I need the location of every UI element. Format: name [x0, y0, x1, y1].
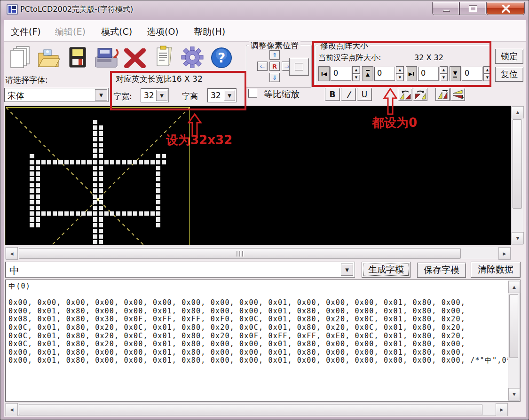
pixel-cell[interactable]: [47, 160, 51, 164]
pixel-cell[interactable]: [36, 223, 40, 227]
clear-data-button[interactable]: 清除数据: [471, 262, 521, 278]
pixel-cell[interactable]: [70, 160, 74, 164]
pixel-cell[interactable]: [36, 206, 40, 210]
pixel-cell[interactable]: [122, 160, 126, 164]
pixel-cell[interactable]: [156, 177, 160, 181]
canvas-hscrollbar[interactable]: ◀ ▶: [5, 247, 511, 259]
pixel-cell[interactable]: [99, 177, 103, 181]
char-height-combobox[interactable]: 32 ▼: [207, 88, 237, 102]
bottom-edge-input[interactable]: 0: [462, 67, 482, 81]
underline-button[interactable]: U: [357, 88, 372, 101]
pixel-cell[interactable]: [53, 160, 57, 164]
scroll-up-icon[interactable]: ▲: [508, 281, 520, 293]
output-hscroll-thumb[interactable]: [19, 404, 482, 415]
pixel-cell[interactable]: [116, 211, 120, 216]
pixel-cell[interactable]: [116, 160, 120, 164]
pixel-cell[interactable]: [156, 194, 160, 199]
pixel-cell[interactable]: [93, 166, 97, 170]
pixel-cell[interactable]: [133, 211, 137, 216]
pixel-cell[interactable]: [30, 194, 34, 199]
pixel-cell[interactable]: [156, 211, 160, 216]
pixel-cell[interactable]: [93, 240, 97, 244]
pixel-cell[interactable]: [93, 206, 97, 210]
pixel-cell[interactable]: [93, 160, 97, 164]
pixel-cell[interactable]: [150, 211, 155, 216]
top-edge-spinner[interactable]: ▲ ▼: [396, 66, 404, 81]
pixel-cell[interactable]: [144, 160, 149, 164]
pixel-cell[interactable]: [93, 154, 97, 158]
delete-button[interactable]: [124, 48, 146, 68]
italic-button[interactable]: /: [341, 88, 356, 101]
pixel-cell[interactable]: [41, 160, 46, 164]
pixel-cell[interactable]: [139, 160, 143, 164]
pixel-cell[interactable]: [70, 211, 74, 216]
pixel-cell[interactable]: [93, 143, 97, 147]
pixel-cell[interactable]: [99, 131, 103, 135]
menu-help[interactable]: 帮助(H): [194, 26, 225, 38]
pixel-cell[interactable]: [150, 160, 155, 164]
output-textarea[interactable]: 中(0) 0x00, 0x00, 0x00, 0x00, 0x00, 0x00,…: [5, 280, 521, 402]
pixel-cell[interactable]: [58, 160, 63, 164]
top-edge-input[interactable]: 0: [374, 67, 395, 81]
pixel-cell[interactable]: [36, 183, 40, 187]
menu-mode[interactable]: 模式(C): [101, 26, 132, 38]
adjust-left-edge-button[interactable]: I◀: [318, 66, 330, 81]
flip-horizontal-button[interactable]: [435, 88, 450, 101]
pixel-cell[interactable]: [104, 160, 109, 164]
pixel-cell[interactable]: [76, 211, 80, 216]
pixel-cell[interactable]: [99, 229, 103, 233]
pixel-cell[interactable]: [93, 217, 97, 221]
spin-up-icon[interactable]: ▲: [352, 66, 360, 74]
pixel-cell[interactable]: [93, 125, 97, 130]
report-button[interactable]: [156, 46, 173, 68]
pixel-cell[interactable]: [81, 160, 86, 164]
pixel-cell[interactable]: [93, 120, 97, 124]
adjust-top-edge-button[interactable]: ▲: [362, 66, 373, 81]
pixel-cell[interactable]: [99, 223, 103, 227]
output-hscrollbar[interactable]: ◀ ▶: [5, 403, 508, 416]
pixel-cell[interactable]: [122, 211, 126, 216]
pixel-cell[interactable]: [36, 211, 40, 216]
pixel-cell[interactable]: [156, 166, 160, 170]
pixel-cell[interactable]: [99, 143, 103, 147]
maximize-button[interactable]: [459, 2, 486, 15]
spin-down-icon[interactable]: ▼: [396, 74, 404, 81]
pixel-cell[interactable]: [93, 177, 97, 181]
pixel-cell[interactable]: [30, 223, 34, 227]
pixel-cell[interactable]: [99, 200, 103, 204]
chevron-down-icon[interactable]: ▼: [224, 90, 235, 101]
char-width-combobox[interactable]: 32 ▼: [141, 88, 169, 102]
generate-font-button[interactable]: 生成字模: [362, 262, 411, 278]
rotate-left-button[interactable]: [398, 88, 412, 101]
pixel-cell[interactable]: [93, 194, 97, 199]
save-font-button[interactable]: 保存字模: [417, 263, 466, 278]
bold-button[interactable]: B: [325, 88, 340, 101]
pixel-cell[interactable]: [36, 160, 40, 164]
pixel-cell[interactable]: [156, 217, 160, 221]
pixel-cell[interactable]: [81, 211, 86, 216]
pixel-cell[interactable]: [156, 171, 160, 176]
lock-button[interactable]: 锁定: [495, 49, 523, 64]
reset-position-button[interactable]: R: [269, 62, 280, 71]
pixel-cell[interactable]: [99, 166, 103, 170]
new-button[interactable]: [8, 46, 32, 70]
canvas-vscrollbar[interactable]: ▲ ▼: [511, 106, 523, 245]
pixel-cell[interactable]: [64, 211, 69, 216]
pixel-cell[interactable]: [36, 200, 40, 204]
pixel-cell[interactable]: [93, 171, 97, 176]
right-edge-spinner[interactable]: ▲ ▼: [440, 66, 448, 81]
pixel-cell[interactable]: [99, 137, 103, 141]
canvas-hscroll-thumb[interactable]: [19, 248, 461, 259]
left-edge-input[interactable]: 0: [331, 67, 351, 81]
reset-button[interactable]: 复位: [495, 67, 523, 82]
pixel-cell[interactable]: [156, 200, 160, 204]
save-button[interactable]: [68, 47, 87, 68]
pixel-cell[interactable]: [110, 211, 114, 216]
save-to-device-button[interactable]: [94, 47, 121, 69]
scale-checkbox[interactable]: [248, 89, 257, 98]
pixel-cell[interactable]: [30, 200, 34, 204]
scroll-down-icon[interactable]: ▼: [508, 388, 520, 400]
pixel-cell[interactable]: [99, 154, 103, 158]
output-vscrollbar[interactable]: ▲ ▼: [508, 280, 520, 401]
flip-vertical-button[interactable]: [450, 88, 465, 101]
